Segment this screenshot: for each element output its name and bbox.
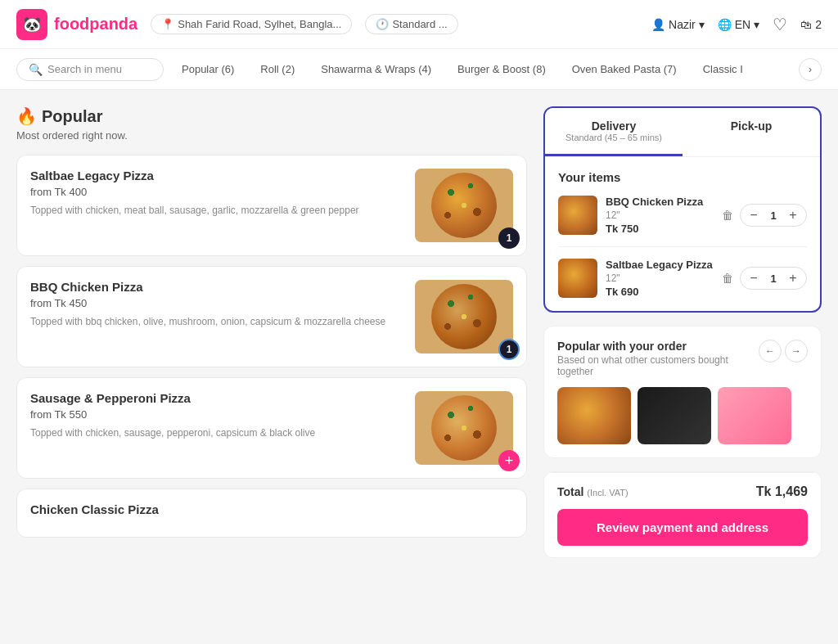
cart-item-image <box>558 196 597 235</box>
nav-tab-pasta[interactable]: Oven Baked Pasta (7) <box>561 58 688 80</box>
cart-items-section: Your items BBQ Chicken Pizza 12" Tk 750 … <box>545 157 820 311</box>
total-row: Total (Incl. VAT) Tk 1,469 <box>557 484 808 499</box>
pizza-image <box>431 284 497 349</box>
checkout-button[interactable]: Review payment and address <box>557 509 808 546</box>
logo-icon: 🐼 <box>16 9 47 40</box>
pizza-toppings <box>431 173 497 238</box>
user-icon: 👤 <box>651 18 665 31</box>
cart-item-controls: 🗑 − 1 + <box>722 204 807 227</box>
cart-count: 2 <box>815 18 822 31</box>
cart-item-details: BBQ Chicken Pizza 12" Tk 750 <box>606 196 714 235</box>
user-name: Nazir <box>669 18 696 31</box>
menu-item-price: from Tk 550 <box>30 408 405 421</box>
popular-section-subtitle: Based on what other customers bought tog… <box>557 354 759 377</box>
menu-item-name: Saltbae Legacy Pizza <box>30 169 405 182</box>
favorites-icon[interactable]: ♡ <box>773 15 787 34</box>
cart-panel: Delivery Standard (45 – 65 mins) Pick-up… <box>543 106 822 558</box>
cart-button[interactable]: 🛍 2 <box>800 18 822 31</box>
menu-item-name: BBQ Chicken Pizza <box>30 280 405 294</box>
header: 🐼 foodpanda 📍 Shah Farid Road, Sylhet, B… <box>0 0 838 49</box>
chevron-down-icon-lang: ▾ <box>754 18 759 31</box>
cart-item-price: Tk 750 <box>606 223 714 235</box>
checkout-section: Total (Incl. VAT) Tk 1,469 Review paymen… <box>543 471 822 558</box>
quantity-value: 1 <box>767 209 780 222</box>
menu-item-card[interactable]: Saltbae Legacy Pizza from Tk 400 Topped … <box>16 155 527 256</box>
decrease-qty-button[interactable]: − <box>746 207 762 223</box>
menu-item-card[interactable]: Chicken Classic Pizza <box>16 489 527 538</box>
increase-qty-button[interactable]: + <box>785 207 801 223</box>
popular-items <box>557 387 808 444</box>
menu-item-card[interactable]: Sausage & Pepperoni Pizza from Tk 550 To… <box>16 377 527 479</box>
menu-item-image-wrap: 1 <box>415 280 513 354</box>
menu-item-info: BBQ Chicken Pizza from Tk 450 Topped wit… <box>30 280 415 329</box>
menu-item-image <box>415 391 513 465</box>
section-title-text: Popular <box>42 107 102 126</box>
menu-item-name: Chicken Classic Pizza <box>30 502 503 516</box>
main-content: 🔥 Popular Most ordered right now. Saltba… <box>0 90 838 574</box>
search-box[interactable]: 🔍 Search in menu <box>16 58 164 81</box>
cart-item: BBQ Chicken Pizza 12" Tk 750 🗑 − 1 + <box>558 196 807 247</box>
menu-item-desc: Topped with chicken, sausage, pepperoni,… <box>30 426 405 440</box>
nav-tab-shawarma[interactable]: Shawarma & Wraps (4) <box>309 58 443 80</box>
location-icon: 📍 <box>161 18 174 30</box>
search-icon: 🔍 <box>29 63 43 76</box>
remove-item-button[interactable]: 🗑 <box>722 209 733 222</box>
increase-qty-button[interactable]: + <box>785 270 801 286</box>
nav-tab-popular[interactable]: Popular (6) <box>170 58 246 80</box>
language-selector[interactable]: 🌐 EN ▾ <box>718 18 759 31</box>
remove-item-button[interactable]: 🗑 <box>722 272 733 285</box>
item-count-badge: 1 <box>498 227 520 249</box>
cart-item-name: BBQ Chicken Pizza <box>606 196 714 208</box>
pizza-toppings <box>431 395 497 461</box>
pickup-tab[interactable]: Pick-up <box>683 108 820 156</box>
nav-chevron-right[interactable]: › <box>799 58 822 81</box>
nav-tabs: Popular (6) Roll (2) Shawarma & Wraps (4… <box>170 58 792 80</box>
header-right: 👤 Nazir ▾ 🌐 EN ▾ ♡ 🛍 2 <box>651 15 822 34</box>
delivery-tab[interactable]: Delivery Standard (45 – 65 mins) <box>545 108 683 156</box>
nav-tab-burger[interactable]: Burger & Boost (8) <box>446 58 557 80</box>
total-vat-label: (Incl. VAT) <box>587 488 628 498</box>
nav-bar: 🔍 Search in menu Popular (6) Roll (2) Sh… <box>0 49 838 90</box>
add-to-cart-button[interactable]: + <box>498 450 520 471</box>
menu-item-name: Sausage & Pepperoni Pizza <box>30 391 405 405</box>
nav-tab-roll[interactable]: Roll (2) <box>249 58 306 80</box>
total-label-wrap: Total (Incl. VAT) <box>557 485 628 498</box>
logo-text: foodpanda <box>54 15 137 34</box>
nav-tab-classic[interactable]: Classic I <box>692 58 755 80</box>
location-text: Shah Farid Road, Sylhet, Bangla... <box>178 18 341 30</box>
popular-section-title: Popular with your order <box>557 340 759 353</box>
time-icon: 🕐 <box>376 18 389 30</box>
decrease-qty-button[interactable]: − <box>746 270 762 286</box>
chevron-down-icon: ▾ <box>699 18 705 31</box>
menu-item-price: from Tk 450 <box>30 297 405 309</box>
menu-item-image <box>415 280 513 354</box>
cart-item-size: 12" <box>606 209 714 221</box>
popular-item-image[interactable] <box>557 387 631 444</box>
menu-panel: 🔥 Popular Most ordered right now. Saltba… <box>16 106 543 558</box>
menu-item-image-wrap: 1 <box>415 169 513 242</box>
menu-item-info: Sausage & Pepperoni Pizza from Tk 550 To… <box>30 391 415 440</box>
menu-item-image-wrap: + <box>415 391 513 465</box>
menu-item-info: Saltbae Legacy Pizza from Tk 400 Topped … <box>30 169 415 218</box>
location-selector[interactable]: 📍 Shah Farid Road, Sylhet, Bangla... <box>151 14 352 34</box>
popular-item-image[interactable] <box>638 387 711 444</box>
cart-box: Delivery Standard (45 – 65 mins) Pick-up… <box>543 106 822 313</box>
menu-item-image <box>415 169 513 242</box>
pizza-image <box>431 395 497 461</box>
delivery-tab-subtitle: Standard (45 – 65 mins) <box>556 133 671 142</box>
delivery-tab-title: Delivery <box>556 119 671 133</box>
section-title: 🔥 Popular <box>16 106 527 126</box>
popular-next-button[interactable]: → <box>785 340 808 363</box>
menu-item-desc: Topped with chicken, meat ball, sausage,… <box>30 203 405 218</box>
total-section: Total (Incl. VAT) Tk 1,469 Review paymen… <box>544 472 821 557</box>
your-items-title: Your items <box>558 170 807 184</box>
popular-item-image[interactable] <box>718 387 791 444</box>
pizza-toppings <box>431 284 497 349</box>
delivery-time-selector[interactable]: 🕐 Standard ... <box>365 14 457 34</box>
menu-item-desc: Topped with bbq chicken, olive, mushroom… <box>30 314 405 329</box>
pizza-image <box>431 173 497 238</box>
menu-item-card[interactable]: BBQ Chicken Pizza from Tk 450 Topped wit… <box>16 266 527 367</box>
total-label: Total <box>557 485 583 498</box>
popular-prev-button[interactable]: ← <box>759 340 782 363</box>
user-menu[interactable]: 👤 Nazir ▾ <box>651 18 705 31</box>
